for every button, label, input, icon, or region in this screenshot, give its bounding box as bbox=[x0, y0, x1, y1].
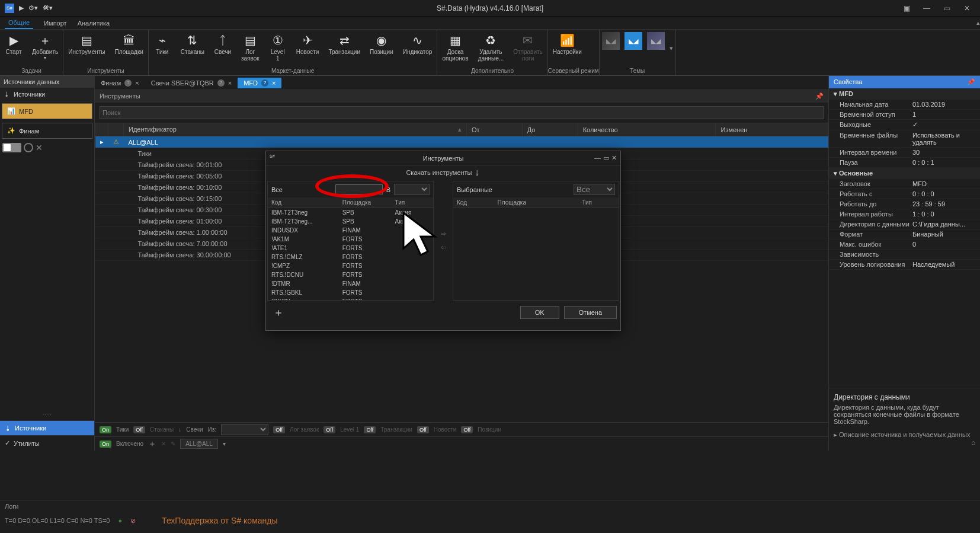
all-table[interactable]: Код Площадка Тип IBM-T2T3negSPBАкцияIBM-… bbox=[268, 197, 433, 300]
col-type[interactable]: Тип bbox=[392, 197, 426, 208]
dialog-row[interactable]: RTS.!CMLZFORTS bbox=[268, 253, 433, 261]
property-row[interactable]: Интервал работы1 : 0 : 0 bbox=[829, 209, 980, 219]
minimize-icon[interactable]: — bbox=[918, 4, 935, 12]
help-icon[interactable]: ? bbox=[124, 79, 132, 87]
level1-button[interactable]: ①Level 1 bbox=[264, 30, 292, 66]
close-icon[interactable]: ✕ bbox=[959, 4, 975, 12]
ok-button[interactable]: OK bbox=[520, 306, 559, 319]
dialog-maximize-icon[interactable]: ▭ bbox=[603, 154, 609, 162]
col-board[interactable]: Площадка bbox=[339, 197, 392, 208]
tab-finam[interactable]: Финам?× bbox=[95, 78, 145, 88]
tool-icon[interactable]: 🛠▾ bbox=[43, 4, 53, 12]
property-row[interactable]: Уровень логированияНаследуемый bbox=[829, 260, 980, 270]
dropdown-icon[interactable]: ▾ bbox=[223, 441, 226, 447]
theme-2[interactable]: ◣◢ bbox=[624, 32, 642, 50]
delete-data-button[interactable]: ♻Удалить данные... bbox=[473, 30, 509, 66]
close-tab-icon[interactable]: × bbox=[272, 79, 276, 87]
window-restore-icon[interactable]: ▣ bbox=[898, 4, 915, 12]
prop-category-mfd[interactable]: ▾ MFD bbox=[829, 88, 980, 100]
indicator-button[interactable]: ∿Индикатор bbox=[398, 30, 437, 66]
menu-tab-general[interactable]: Общие bbox=[5, 17, 33, 29]
property-row[interactable]: ФорматБинарный bbox=[829, 229, 980, 240]
start-button[interactable]: ▶Старт bbox=[0, 30, 27, 66]
add-icon[interactable]: ＋ bbox=[148, 439, 156, 449]
news-off[interactable]: Off bbox=[417, 426, 429, 433]
nav-sources[interactable]: ⭳Источники bbox=[0, 420, 94, 435]
property-row[interactable]: Работать до23 : 59 : 59 bbox=[829, 199, 980, 209]
remove-icon[interactable]: ✕ bbox=[161, 441, 166, 447]
col-id[interactable]: Идентификатор ▴ bbox=[124, 123, 467, 136]
dialog-minimize-icon[interactable]: — bbox=[594, 154, 601, 162]
menu-tab-import[interactable]: Импорт bbox=[44, 20, 66, 27]
property-row[interactable]: Временные файлыИспользовать и удалять bbox=[829, 130, 980, 148]
candles-button[interactable]: ᛏСвечи bbox=[209, 30, 236, 66]
close-tab-icon[interactable]: × bbox=[135, 79, 139, 87]
cancel-button[interactable]: Отмена bbox=[564, 306, 617, 319]
pin-icon[interactable]: 📌 bbox=[967, 78, 975, 86]
nav-utils[interactable]: ✓Утилиты bbox=[0, 435, 94, 451]
property-row[interactable]: Директория с даннымиC:\Гидра данны... bbox=[829, 219, 980, 229]
allall-field[interactable]: ALL@ALL bbox=[180, 439, 218, 449]
download-instruments-row[interactable]: Скачать инструменты ⭳ bbox=[266, 165, 620, 180]
option-board-button[interactable]: ▦Доска опционов bbox=[437, 30, 473, 66]
settings-button[interactable]: 📶Настройки bbox=[548, 30, 587, 66]
property-row[interactable]: Выходные✓ bbox=[829, 120, 980, 130]
positions-button[interactable]: ◉Позиции bbox=[365, 30, 398, 66]
support-link[interactable]: ТехПоддержка от S# команды bbox=[162, 516, 277, 525]
search-input[interactable] bbox=[100, 106, 824, 119]
dialog-row[interactable]: !DTMRFINAM bbox=[268, 279, 433, 288]
menu-tab-analytics[interactable]: Аналитика bbox=[78, 20, 110, 27]
tab-candles[interactable]: Свечи SBER@TQBR?× bbox=[145, 78, 238, 88]
refresh-icon[interactable] bbox=[24, 143, 33, 152]
help-icon[interactable]: ? bbox=[261, 79, 268, 87]
orderlog-off[interactable]: Off bbox=[273, 426, 285, 433]
col-type[interactable]: Тип bbox=[578, 197, 619, 208]
collapse-ribbon-icon[interactable]: ▴ bbox=[976, 19, 980, 27]
trans-off[interactable]: Off bbox=[364, 426, 376, 433]
dialog-row[interactable]: !GKCNFORTS bbox=[268, 297, 433, 300]
filter-select[interactable] bbox=[394, 184, 430, 195]
enabled-on[interactable]: On bbox=[100, 441, 111, 448]
gear-icon[interactable]: ⚙▾ bbox=[28, 4, 38, 12]
depths-button[interactable]: ⇅Стаканы bbox=[176, 30, 209, 66]
remove-source-icon[interactable]: ✕ bbox=[36, 143, 43, 152]
resize-grip[interactable]: ····· bbox=[0, 408, 94, 420]
grid-row-selected[interactable]: ▸⚠ ALL@ALL bbox=[95, 136, 828, 148]
send-logs-button[interactable]: ✉Отправить логи bbox=[508, 30, 547, 66]
filter-input[interactable] bbox=[335, 184, 383, 194]
add-button[interactable]: ＋Добавить▾ bbox=[27, 30, 63, 66]
property-row[interactable]: Интервал времени30 bbox=[829, 148, 980, 158]
instruments-button[interactable]: ▤Инструменты bbox=[63, 30, 110, 66]
edit-icon[interactable]: ✎ bbox=[171, 441, 175, 447]
orderlog-button[interactable]: ▤Лог заявок bbox=[236, 30, 264, 66]
help-icon[interactable]: ? bbox=[217, 79, 225, 87]
dialog-row[interactable]: IBM-T2T3neg...SPBАкция bbox=[268, 217, 433, 226]
depths-off[interactable]: Off bbox=[133, 426, 145, 433]
col-board[interactable]: Площадка bbox=[494, 197, 579, 208]
theme-1[interactable]: ◣◢ bbox=[602, 32, 620, 50]
sort-icon[interactable]: ↓ bbox=[178, 426, 181, 433]
source-item-mfd[interactable]: 📊 MFD bbox=[2, 103, 92, 119]
pos-off[interactable]: Off bbox=[461, 426, 473, 433]
property-row[interactable]: Начальная дата01.03.2019 bbox=[829, 100, 980, 110]
col-to[interactable]: До bbox=[522, 123, 578, 136]
property-row[interactable]: ЗаголовокMFD bbox=[829, 179, 980, 189]
theme-more-icon[interactable]: ▾ bbox=[667, 30, 675, 66]
dialog-close-icon[interactable]: ✕ bbox=[611, 154, 617, 162]
col-code[interactable]: Код bbox=[268, 197, 339, 208]
logs-label[interactable]: Логи bbox=[5, 503, 975, 510]
source-toggle[interactable] bbox=[2, 143, 21, 152]
maximize-icon[interactable]: ▭ bbox=[939, 4, 955, 12]
dialog-row[interactable]: !CMPZFORTS bbox=[268, 261, 433, 270]
col-from[interactable]: От bbox=[466, 123, 522, 136]
close-tab-icon[interactable]: × bbox=[228, 79, 232, 87]
col-code[interactable]: Код bbox=[453, 197, 494, 208]
tab-mfd[interactable]: MFD?× bbox=[238, 78, 281, 88]
candles-from-select[interactable] bbox=[221, 424, 268, 435]
dialog-row[interactable]: INDUSDXFINAM bbox=[268, 226, 433, 235]
move-right-icon[interactable]: ⇨ bbox=[441, 230, 446, 238]
news-button[interactable]: ✈Новости bbox=[292, 30, 324, 66]
dialog-row[interactable]: !ATE1FORTS bbox=[268, 244, 433, 253]
prop-category-main[interactable]: ▾ Основные bbox=[829, 168, 980, 179]
move-left-icon[interactable]: ⇦ bbox=[441, 244, 446, 251]
